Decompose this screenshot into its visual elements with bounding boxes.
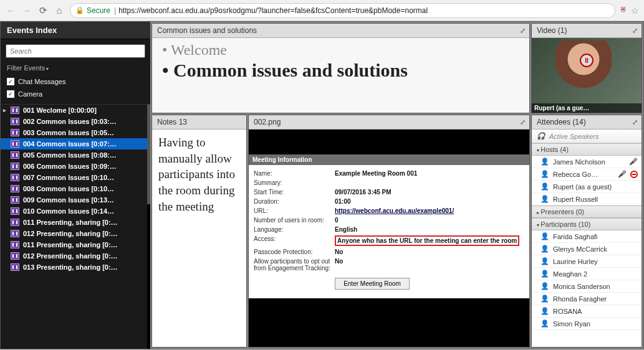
event-item[interactable]: 012 Presenting, sharing [0:…: [1, 250, 150, 262]
host-row[interactable]: 👤Rupert (as a guest): [532, 181, 642, 193]
event-item[interactable]: 003 Common Issues [0:05…: [1, 127, 150, 138]
checkbox-camera[interactable]: ✓Camera: [1, 88, 150, 100]
search-input[interactable]: [6, 44, 145, 58]
screenshot-pod: 002.png⤢ Meeting Information Name:Exampl…: [248, 115, 530, 348]
meta-summary-k: Summary:: [254, 179, 335, 186]
event-item[interactable]: 010 Common Issues [0:14…: [1, 206, 150, 217]
event-label: 010 Common Issues [0:14…: [23, 207, 114, 215]
participant-row[interactable]: 👤Rhonda Faragher: [532, 293, 642, 305]
expand-icon[interactable]: ⤢: [520, 118, 524, 126]
event-item[interactable]: 011 Presenting, sharing [0:…: [1, 239, 150, 250]
events-scrollbar[interactable]: [147, 105, 150, 204]
attendee-name: Glenys McCarrick: [553, 245, 638, 253]
event-label: 005 Common Issues [0:08:…: [23, 151, 117, 159]
filter-events-dropdown[interactable]: Filter Events: [1, 63, 150, 75]
participants-group-header[interactable]: Participants (10): [532, 218, 642, 230]
attendee-name: Rupert Russell: [553, 196, 638, 203]
secure-label: Secure: [87, 6, 110, 15]
lock-icon: 🔒: [75, 6, 84, 14]
meta-passcode-k: Passcode Protection:: [254, 248, 335, 255]
event-item[interactable]: 005 Common Issues [0:08:…: [1, 149, 150, 161]
browser-chrome: ← → ⟳ ⌂ 🔒 Secure | https://webconf.acu.e…: [0, 0, 644, 21]
slide-icon: [11, 174, 19, 181]
participant-row[interactable]: 👤Laurine Hurley: [532, 255, 642, 268]
slide-icon: [11, 196, 19, 204]
participant-icon: 👤: [541, 319, 549, 328]
meta-lang-k: Language:: [254, 226, 335, 233]
common-issues-title: Common issues and solutions: [157, 26, 257, 35]
event-label: 011 Presenting, sharing [0:…: [23, 241, 118, 248]
participant-row[interactable]: 👤Glenys McCarrick: [532, 243, 642, 255]
attendee-name: Rupert (as a guest): [553, 183, 638, 191]
event-item[interactable]: 011 Presenting, sharing [0:…: [1, 217, 150, 228]
video-caption: Rupert (as a gue…: [532, 103, 642, 113]
back-button[interactable]: ←: [5, 5, 16, 16]
attendee-name: ROSANA: [553, 308, 638, 315]
meta-start-k: Start Time:: [254, 189, 335, 196]
participant-row[interactable]: 👤Meaghan 2: [532, 268, 642, 280]
events-list[interactable]: 001 Weclome [0:00:00]002 Common Issues […: [1, 104, 150, 349]
meta-users-k: Number of users in room:: [254, 217, 335, 224]
participant-row[interactable]: 👤ROSANA: [532, 305, 642, 318]
expand-icon[interactable]: ⤢: [632, 118, 637, 126]
expand-icon[interactable]: ⤢: [632, 27, 637, 35]
meeting-url-link[interactable]: https://webconf.acu.edu.au/example001/: [335, 207, 454, 214]
mic-muted-icon: 🎤̸: [618, 170, 627, 178]
participant-row[interactable]: 👤Farida Saghafi: [532, 230, 642, 243]
participant-icon: 👤: [541, 295, 549, 303]
expand-icon[interactable]: ⤢: [520, 27, 524, 35]
blocked-icon: [630, 171, 638, 178]
presenters-group-header[interactable]: Presenters (0): [532, 206, 642, 218]
host-row[interactable]: 👤Rupert Russell: [532, 193, 642, 206]
meta-name-k: Name:: [254, 170, 335, 177]
host-row[interactable]: 👤James Nicholson🎤̸: [532, 156, 642, 168]
reload-button[interactable]: ⟳: [37, 5, 49, 16]
home-button[interactable]: ⌂: [54, 5, 65, 16]
forward-button[interactable]: →: [21, 5, 32, 16]
event-label: 002 Common Issues [0:03:…: [23, 118, 117, 125]
slide-icon: [11, 118, 19, 125]
extension-icon[interactable]: ⛨: [620, 6, 627, 16]
slide-icon: [11, 129, 19, 136]
host-icon: 👤: [541, 170, 549, 178]
event-item[interactable]: 012 Presenting, sharing [0:…: [1, 228, 150, 239]
meeting-info-header: Meeting Information: [249, 154, 529, 165]
attendee-name: Farida Saghafi: [553, 233, 638, 240]
participant-row[interactable]: 👤Simon Ryan: [532, 318, 642, 330]
checkbox-chat-label: Chat Messages: [18, 78, 65, 85]
event-item[interactable]: 006 Common Issues [0:09:…: [1, 161, 150, 172]
event-item[interactable]: 007 Common Issues [0:10…: [1, 172, 150, 183]
slide-icon: [11, 185, 19, 192]
event-label: 012 Presenting, sharing [0:…: [23, 230, 118, 237]
active-speakers-row[interactable]: 🎧Active Speakers: [532, 130, 642, 143]
slide-icon: [11, 207, 19, 215]
hosts-group-header[interactable]: Hosts (4): [532, 143, 642, 156]
event-item[interactable]: 001 Weclome [0:00:00]: [1, 105, 150, 116]
participant-row[interactable]: 👤Monica Sanderson: [532, 280, 642, 293]
attendee-name: Monica Sanderson: [553, 283, 638, 290]
attendee-name: James Nicholson: [553, 158, 625, 166]
meta-duration-v: 01:00: [335, 198, 524, 205]
checkbox-chat-messages[interactable]: ✓Chat Messages: [1, 75, 150, 88]
event-item[interactable]: 004 Common Issues [0:07:…: [1, 138, 150, 149]
slide-main-title: Common issues and solutions: [162, 60, 519, 81]
enter-meeting-room-button[interactable]: Enter Meeting Room: [335, 278, 410, 290]
notes-pod: Notes 13 Having to manually allow partic…: [151, 115, 247, 348]
event-item[interactable]: 009 Common Issues [0:13…: [1, 194, 150, 206]
event-item[interactable]: 002 Common Issues [0:03:…: [1, 116, 150, 127]
meta-url-v: https://webconf.acu.edu.au/example001/: [335, 207, 524, 214]
video-feed[interactable]: II Rupert (as a gue…: [532, 38, 642, 113]
video-pod-title: Video (1): [537, 26, 567, 35]
slide-icon: [11, 230, 19, 237]
address-bar[interactable]: 🔒 Secure | https://webconf.acu.edu.au/p9…: [70, 3, 615, 18]
bookmark-star-icon[interactable]: ☆: [631, 6, 639, 16]
meta-users-v: 0: [335, 217, 524, 224]
host-row[interactable]: 👤Rebecca Go…🎤̸: [532, 168, 642, 181]
attendees-pod: Attendees (14)⤢ 🎧Active Speakers Hosts (…: [531, 115, 642, 348]
event-item[interactable]: 013 Presenting, sharing [0:…: [1, 262, 150, 273]
event-item[interactable]: 008 Common Issues [0:10…: [1, 183, 150, 194]
meta-lang-v: English: [335, 226, 524, 233]
participant-icon: 👤: [541, 270, 549, 278]
event-label: 012 Presenting, sharing [0:…: [23, 252, 118, 260]
attendee-name: Simon Ryan: [553, 320, 638, 328]
